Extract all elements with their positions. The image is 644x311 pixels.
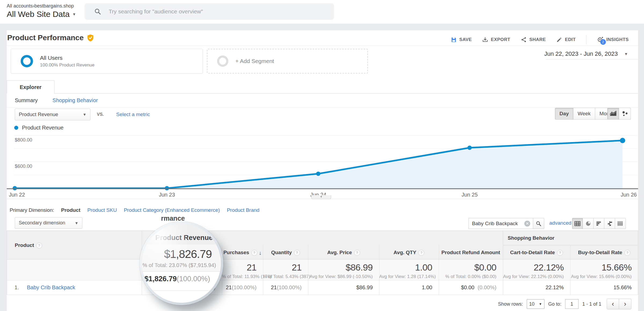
table-search-input[interactable] [469,218,533,229]
divider [7,45,638,46]
divider [439,245,439,295]
help-icon[interactable]: ? [294,250,300,256]
tab-explorer[interactable]: Explorer [7,80,54,94]
percentage-view-button[interactable] [583,218,594,229]
row-product-link[interactable]: Baby Crib Backpack [27,284,75,290]
select-metric-link[interactable]: Select a metric [116,112,150,117]
next-page-button[interactable]: › [619,299,631,309]
subtab-shopping-behavior[interactable]: Shopping Behavior [53,97,98,103]
table-view-toggle [572,218,626,229]
page-title-row: Product Performance [7,34,94,42]
row-avg-price: $86.99 [308,280,379,295]
help-icon[interactable]: ? [354,250,360,256]
advanced-search-link[interactable]: advanced [549,220,571,226]
top-bar: All accounts›bestbargains.shop All Web S… [0,0,644,24]
prev-page-button[interactable]: ‹ [607,299,619,309]
help-icon[interactable]: ? [557,250,563,256]
revenue-line-chart[interactable]: $800.00 $600.00 Jun 22 Jun 24 Jun 23 Jun… [7,131,638,201]
legend-dot-icon [14,126,18,130]
pagination: ‹ › [607,299,631,309]
save-button[interactable]: SAVE [451,36,472,43]
chart-data-point[interactable] [165,186,169,190]
column-header-product[interactable]: Product? [15,231,42,260]
summary-buy-rate: 15.66% Avg for View: 15.66% (0.00%) [570,260,638,280]
chart-data-point[interactable] [620,138,625,143]
divider [503,245,638,245]
summary-avg-price: $86.99 Avg for View: $86.99 (-10.50%) [308,260,379,280]
divider [263,245,263,295]
global-search-input[interactable] [109,8,313,15]
row-cart-rate: 22.12% [503,280,570,295]
table-summary-row: $1,826.79 % of Total: 23.07% ($7,915.94)… [7,260,638,280]
chevron-down-icon: ▼ [624,52,628,56]
chart-collapse-handle[interactable]: ▼ [311,195,331,199]
column-header-cart-to-detail[interactable]: Cart-to-Detail Rate? [503,245,570,260]
divider [379,245,379,295]
column-header-avg-qty[interactable]: Avg. QTY? [379,245,439,260]
help-icon[interactable]: ? [624,250,630,256]
breadcrumb-property[interactable]: bestbargains.shop [34,3,74,9]
metric-selector[interactable]: Product Revenue ▼ [15,109,90,120]
breadcrumb-account[interactable]: All accounts [7,3,33,9]
pivot-view-button[interactable] [615,218,626,229]
dimension-product[interactable]: Product [61,207,80,213]
granularity-week[interactable]: Week [573,108,595,120]
row-range-label: 1 - 1 of 1 [582,301,601,307]
x-tick-jun26: Jun 26 [621,192,637,198]
comparison-view-button[interactable] [604,218,615,229]
pivot-icon [617,221,624,226]
column-header-avg-price[interactable]: Avg. Price? [308,245,379,260]
dimension-product-brand[interactable]: Product Brand [227,207,259,213]
chevron-down-icon: ▼ [83,112,86,117]
chart-data-point[interactable] [467,146,472,150]
motion-chart-type-button[interactable] [619,108,631,120]
share-button[interactable]: SHARE [521,36,546,43]
segment-detail: 100.00% Product Revenue [40,62,94,68]
insights-button[interactable]: 2 INSIGHTS [597,36,629,43]
divider [546,59,638,60]
performance-view-button[interactable] [594,218,604,229]
dimension-product-sku[interactable]: Product SKU [87,207,117,213]
column-header-purchases[interactable]: Purchases?↓ [222,245,263,260]
legend-label: Product Revenue [22,125,64,131]
chart-type-toggle [607,108,631,120]
group-header-shopping-behavior: Shopping Behavior [508,231,554,245]
table-row[interactable]: 1. Baby Crib Backpack $1,826.79(100.00%)… [7,280,638,295]
global-search[interactable] [85,3,334,20]
secondary-dimension-button[interactable]: Secondary dimension ▼ [15,217,82,229]
line-chart-type-button[interactable] [607,108,619,120]
subtab-summary[interactable]: Summary [15,97,38,103]
date-range-selector[interactable]: Jun 22, 2023 - Jun 26, 2023 ▼ [544,50,628,57]
edit-button[interactable]: EDIT [556,36,576,43]
table-search-button[interactable] [533,218,544,229]
help-icon[interactable]: ? [36,243,42,249]
chevron-down-icon: ▼ [75,221,78,225]
column-header-buy-to-detail[interactable]: Buy-to-Detail Rate? [570,245,638,260]
search-icon [536,221,541,227]
row-quantity: 21(100.00%) [263,280,308,295]
product-table: Product? Product Revenue? Purchases?↓ Qu… [7,231,638,295]
clear-search-icon[interactable]: ✕ [524,221,530,227]
goto-page-input[interactable]: 1 [565,299,579,309]
column-header-refund[interactable]: Product Refund Amount? [439,245,503,260]
help-icon[interactable]: ? [418,250,424,256]
column-header-quantity[interactable]: Quantity? [263,245,308,260]
segment-all-users[interactable]: All Users 100.00% Product Revenue [11,49,203,73]
add-segment-button[interactable]: + Add Segment [207,49,368,73]
export-button[interactable]: EXPORT [482,36,510,43]
rows-per-page-select[interactable]: 10▼ [527,299,544,309]
dimension-product-category[interactable]: Product Category (Enhanced Ecommerce) [124,207,220,213]
breadcrumb[interactable]: All accounts›bestbargains.shop [7,3,74,9]
view-selector-label: All Web Site Data [7,10,70,19]
granularity-day[interactable]: Day [555,108,573,120]
chart-data-point[interactable] [13,186,17,190]
magnified-text-fragment: rmance [161,214,185,222]
chart-data-point[interactable] [316,172,320,176]
summary-cart-rate: 22.12% Avg for View: 22.12% (0.00%) [503,260,570,280]
divider [570,245,570,295]
segment-circle-icon [21,55,33,67]
help-icon[interactable]: ? [251,250,257,256]
data-view-button[interactable] [572,218,583,229]
view-selector[interactable]: All Web Site Data ▼ [7,10,76,19]
loupe-summary-band: $1,826.79 % of Total: 23.07% ($7,915.94) [142,245,221,272]
